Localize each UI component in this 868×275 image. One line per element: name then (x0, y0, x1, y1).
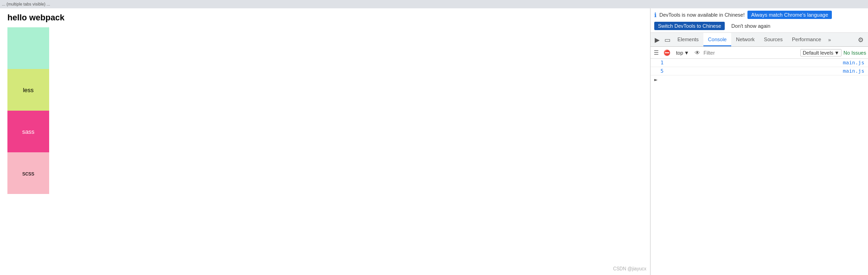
context-value: top (676, 50, 683, 56)
tab-performance[interactable]: Performance (787, 33, 826, 46)
match-language-button[interactable]: Always match Chrome's language (747, 11, 832, 19)
color-box-less: less (7, 69, 49, 111)
devtools-tabs: ▶ ▭ Elements Console Network Sources Per… (651, 33, 868, 47)
console-arrow[interactable]: ► (651, 75, 868, 84)
color-box-sass-label: sass (22, 128, 35, 135)
console-line-2: 5 main.js (651, 67, 868, 75)
page-title: hello webpack (7, 13, 643, 23)
console-toolbar: ☰ ⛔ top ▼ 👁 Default levels ▼ No Issues (651, 47, 868, 59)
color-box-scss-label: scss (22, 170, 34, 177)
notification-text: DevTools is now available in Chinese! (659, 12, 745, 18)
console-filter-input[interactable] (703, 49, 798, 57)
context-selector[interactable]: top ▼ (674, 49, 691, 56)
levels-dropdown-icon: ▼ (834, 50, 839, 56)
color-box-scss: scss (7, 152, 49, 194)
no-issues-badge: No Issues (843, 50, 866, 56)
line-number-2: 5 (654, 68, 664, 74)
device-toolbar-icon[interactable]: ▭ (662, 33, 673, 46)
inspect-element-icon[interactable]: ▶ (652, 33, 662, 46)
tab-sources[interactable]: Sources (760, 33, 787, 46)
browser-bar: ... (multiple tabs visible) ... (0, 0, 868, 8)
color-box-less-label: less (23, 87, 33, 94)
webpage: hello webpack less sass scss CSDN @jiayu… (0, 8, 650, 275)
devtools-panel: ℹ DevTools is now available in Chinese! … (650, 8, 868, 275)
color-box-top (7, 27, 49, 69)
info-icon: ℹ (654, 12, 657, 19)
browser-tabs: ... (multiple tabs visible) ... (2, 2, 50, 6)
console-line-1: 1 main.js (651, 59, 868, 67)
levels-label: Default levels (803, 50, 833, 56)
line-number-1: 1 (654, 60, 664, 66)
more-tabs-button[interactable]: » (826, 33, 833, 46)
devtools-notification: ℹ DevTools is now available in Chinese! … (651, 8, 868, 33)
main-area: hello webpack less sass scss CSDN @jiayu… (0, 8, 868, 275)
color-box-sass: sass (7, 111, 49, 152)
context-dropdown-icon: ▼ (684, 50, 689, 56)
clear-console-icon[interactable]: ⛔ (662, 50, 672, 56)
eye-icon[interactable]: 👁 (693, 50, 702, 56)
settings-gear-icon[interactable]: ⚙ (855, 36, 866, 44)
log-levels-selector[interactable]: Default levels ▼ (800, 49, 842, 56)
console-output: 1 main.js 5 main.js ► (651, 59, 868, 275)
line-source-2[interactable]: main.js (843, 68, 864, 74)
tab-console[interactable]: Console (703, 33, 731, 46)
dont-show-again-button[interactable]: Don't show again (728, 22, 774, 30)
tab-network[interactable]: Network (731, 33, 759, 46)
switch-devtools-button[interactable]: Switch DevTools to Chinese (654, 22, 725, 30)
tab-elements[interactable]: Elements (673, 33, 703, 46)
line-source-1[interactable]: main.js (843, 60, 864, 66)
watermark: CSDN @jiayucx (613, 266, 646, 271)
sidebar-toggle-icon[interactable]: ☰ (652, 50, 660, 56)
